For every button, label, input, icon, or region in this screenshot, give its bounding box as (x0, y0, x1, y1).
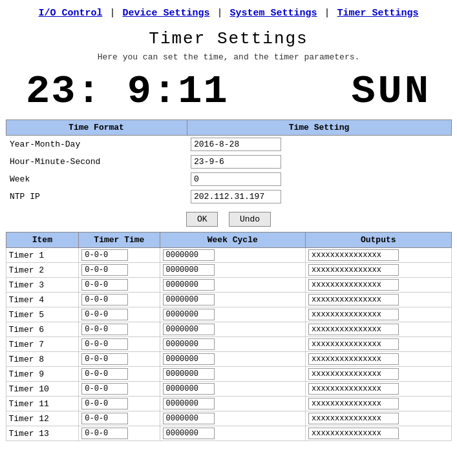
timer-out-col-2 (305, 278, 451, 293)
timer-outputs-input-4[interactable] (308, 309, 399, 320)
timer-time-input-11[interactable] (81, 413, 128, 424)
timer-time-input-4[interactable] (81, 309, 128, 320)
timer-outputs-input-0[interactable] (308, 249, 399, 261)
timer-col-header-1: Timer Time (79, 233, 160, 248)
timer-row: Timer 7 (6, 337, 451, 352)
timer-time-input-1[interactable] (81, 264, 128, 276)
settings-field-3[interactable] (191, 190, 281, 203)
timer-outputs-input-3[interactable] (308, 294, 399, 305)
settings-input-3 (187, 188, 451, 205)
timer-week-input-3[interactable] (163, 294, 215, 305)
timer-row: Timer 8 (6, 352, 451, 367)
timer-week-input-2[interactable] (163, 279, 215, 291)
timer-time-input-12[interactable] (81, 428, 128, 439)
timer-time-col-5 (79, 322, 160, 337)
timer-outputs-input-6[interactable] (308, 338, 399, 350)
timer-row: Timer 13 (6, 426, 451, 441)
timer-out-col-9 (305, 382, 451, 397)
timer-item-12: Timer 13 (6, 426, 79, 441)
timer-outputs-input-8[interactable] (308, 368, 399, 380)
timer-col-header-2: Week Cycle (160, 233, 305, 248)
timer-item-10: Timer 11 (6, 397, 79, 411)
nav-timer-settings[interactable]: Timer Settings (337, 8, 419, 19)
timer-row: Timer 9 (6, 367, 451, 382)
timer-item-8: Timer 9 (6, 367, 79, 382)
timer-time-col-10 (79, 397, 160, 411)
timer-time-col-9 (79, 382, 160, 397)
timer-item-9: Timer 10 (6, 382, 79, 397)
nav-device-settings[interactable]: Device Settings (122, 8, 209, 19)
settings-empty-0 (135, 136, 187, 154)
timer-outputs-input-5[interactable] (308, 324, 399, 335)
timer-out-col-0 (305, 248, 451, 263)
settings-label-3: NTP IP (6, 188, 135, 205)
settings-field-1[interactable] (191, 155, 281, 169)
timer-outputs-input-12[interactable] (308, 428, 399, 439)
timer-week-input-12[interactable] (163, 428, 215, 439)
timer-week-input-8[interactable] (163, 368, 215, 380)
timer-out-col-3 (305, 293, 451, 307)
timer-item-2: Timer 3 (6, 278, 79, 293)
timer-time-input-5[interactable] (81, 324, 128, 335)
timer-row: Timer 11 (6, 397, 451, 411)
timer-outputs-input-1[interactable] (308, 264, 399, 276)
timer-outputs-input-2[interactable] (308, 279, 399, 291)
timer-outputs-input-7[interactable] (308, 353, 399, 365)
timer-week-input-0[interactable] (163, 249, 215, 261)
settings-field-0[interactable] (191, 138, 281, 151)
timer-week-input-7[interactable] (163, 353, 215, 365)
timer-time-col-6 (79, 337, 160, 352)
timer-time-input-2[interactable] (81, 279, 128, 291)
nav-io-control[interactable]: I/O Control (38, 8, 102, 19)
timer-outputs-input-11[interactable] (308, 413, 399, 424)
settings-label-0: Year-Month-Day (6, 136, 135, 154)
timer-week-input-9[interactable] (163, 383, 215, 395)
timer-week-col-8 (160, 367, 305, 382)
timer-out-col-11 (305, 411, 451, 426)
timer-time-input-10[interactable] (81, 398, 128, 409)
timer-week-input-6[interactable] (163, 338, 215, 350)
timer-time-input-7[interactable] (81, 353, 128, 365)
time-setting-header: Time Setting (187, 120, 451, 136)
clock-day: SUN (351, 68, 431, 114)
timer-outputs-input-10[interactable] (308, 398, 399, 409)
timer-time-input-6[interactable] (81, 338, 128, 350)
timer-time-col-8 (79, 367, 160, 382)
undo-button[interactable]: Undo (229, 212, 271, 227)
timer-week-input-1[interactable] (163, 264, 215, 276)
timer-time-col-1 (79, 263, 160, 278)
timer-outputs-input-9[interactable] (308, 383, 399, 395)
timer-item-5: Timer 6 (6, 322, 79, 337)
clock-time: 23: 9:11 (26, 68, 229, 114)
timer-row: Timer 6 (6, 322, 451, 337)
timer-time-input-8[interactable] (81, 368, 128, 380)
timer-week-input-10[interactable] (163, 398, 215, 409)
settings-input-2 (187, 171, 451, 188)
sep3: | (324, 8, 336, 19)
settings-field-2[interactable] (191, 172, 281, 186)
ok-button[interactable]: OK (186, 212, 218, 227)
timer-out-col-4 (305, 307, 451, 322)
timer-week-col-1 (160, 263, 305, 278)
timer-week-input-5[interactable] (163, 324, 215, 335)
timer-week-input-11[interactable] (163, 413, 215, 424)
timer-out-col-12 (305, 426, 451, 441)
timer-week-input-4[interactable] (163, 309, 215, 320)
timer-time-input-9[interactable] (81, 383, 128, 395)
timer-item-3: Timer 4 (6, 293, 79, 307)
timer-out-col-1 (305, 263, 451, 278)
timer-col-header-3: Outputs (305, 233, 451, 248)
timer-item-6: Timer 7 (6, 337, 79, 352)
timer-time-col-11 (79, 411, 160, 426)
timer-week-col-9 (160, 382, 305, 397)
timer-week-col-12 (160, 426, 305, 441)
page-title: Timer Settings (0, 29, 457, 48)
timer-item-7: Timer 8 (6, 352, 79, 367)
timer-time-input-3[interactable] (81, 294, 128, 305)
timer-row: Timer 2 (6, 263, 451, 278)
nav-system-settings[interactable]: System Settings (230, 8, 317, 19)
timer-time-col-7 (79, 352, 160, 367)
timer-time-input-0[interactable] (81, 249, 128, 261)
clock-area: 23: 9:11 SUN (0, 68, 457, 114)
settings-empty-3 (135, 188, 187, 205)
